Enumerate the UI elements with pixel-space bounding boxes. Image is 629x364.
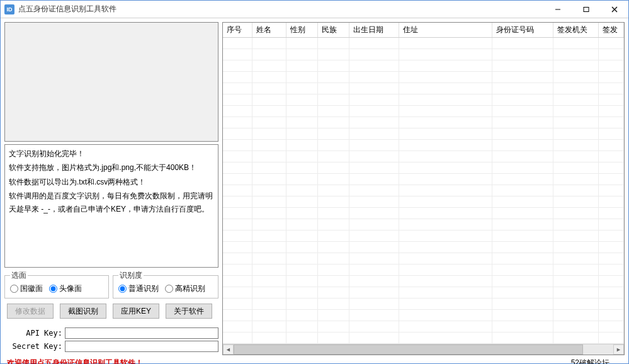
table-header[interactable]: 民族 bbox=[318, 23, 349, 38]
table-cell[interactable] bbox=[598, 128, 623, 140]
table-cell[interactable] bbox=[399, 264, 492, 276]
table-row[interactable] bbox=[223, 151, 624, 162]
table-cell[interactable] bbox=[598, 106, 623, 117]
table-cell[interactable] bbox=[399, 72, 492, 83]
table-cell[interactable] bbox=[252, 174, 286, 185]
table-cell[interactable] bbox=[349, 117, 399, 128]
table-cell[interactable] bbox=[286, 83, 317, 94]
api-key-input[interactable] bbox=[65, 327, 218, 339]
table-cell[interactable] bbox=[286, 276, 317, 287]
table-cell[interactable] bbox=[318, 208, 349, 219]
table-cell[interactable] bbox=[349, 230, 399, 242]
table-cell[interactable] bbox=[223, 162, 252, 174]
table-cell[interactable] bbox=[349, 208, 399, 219]
table-cell[interactable] bbox=[598, 38, 623, 49]
table-cell[interactable] bbox=[223, 117, 252, 128]
table-cell[interactable] bbox=[286, 106, 317, 117]
radio-emblem-side[interactable]: 国徽面 bbox=[10, 283, 43, 294]
table-header[interactable]: 姓名 bbox=[252, 23, 286, 38]
table-cell[interactable] bbox=[318, 72, 349, 83]
table-cell[interactable] bbox=[598, 242, 623, 253]
minimize-button[interactable] bbox=[543, 1, 572, 18]
radio-emblem-side-input[interactable] bbox=[10, 285, 18, 293]
table-cell[interactable] bbox=[286, 117, 317, 128]
table-cell[interactable] bbox=[223, 140, 252, 151]
table-cell[interactable] bbox=[399, 83, 492, 94]
scroll-track[interactable] bbox=[234, 344, 613, 355]
table-cell[interactable] bbox=[223, 333, 252, 344]
table-cell[interactable] bbox=[252, 333, 286, 344]
table-cell[interactable] bbox=[598, 140, 623, 151]
table-cell[interactable] bbox=[349, 287, 399, 299]
table-cell[interactable] bbox=[223, 83, 252, 94]
table-cell[interactable] bbox=[598, 60, 623, 72]
table-cell[interactable] bbox=[223, 287, 252, 299]
table-row[interactable] bbox=[223, 128, 624, 140]
table-cell[interactable] bbox=[286, 72, 317, 83]
table-cell[interactable] bbox=[318, 321, 349, 333]
table-cell[interactable] bbox=[598, 230, 623, 242]
table-cell[interactable] bbox=[286, 208, 317, 219]
table-cell[interactable] bbox=[252, 49, 286, 60]
table-cell[interactable] bbox=[286, 242, 317, 253]
table-cell[interactable] bbox=[318, 196, 349, 208]
table-cell[interactable] bbox=[318, 333, 349, 344]
table-cell[interactable] bbox=[492, 185, 553, 196]
table-header[interactable]: 签发 bbox=[598, 23, 623, 38]
table-cell[interactable] bbox=[349, 162, 399, 174]
table-row[interactable] bbox=[223, 49, 624, 60]
table-cell[interactable] bbox=[252, 117, 286, 128]
table-cell[interactable] bbox=[399, 253, 492, 264]
table-cell[interactable] bbox=[286, 230, 317, 242]
table-cell[interactable] bbox=[286, 287, 317, 299]
table-row[interactable] bbox=[223, 83, 624, 94]
table-cell[interactable] bbox=[553, 276, 598, 287]
radio-high-precision-input[interactable] bbox=[165, 285, 173, 293]
table-cell[interactable] bbox=[318, 310, 349, 321]
table-cell[interactable] bbox=[349, 128, 399, 140]
table-cell[interactable] bbox=[553, 253, 598, 264]
table-cell[interactable] bbox=[553, 83, 598, 94]
table-cell[interactable] bbox=[399, 196, 492, 208]
table-cell[interactable] bbox=[286, 333, 317, 344]
table-cell[interactable] bbox=[349, 264, 399, 276]
maximize-button[interactable] bbox=[572, 1, 600, 18]
table-cell[interactable] bbox=[349, 106, 399, 117]
table-cell[interactable] bbox=[399, 242, 492, 253]
table-cell[interactable] bbox=[318, 83, 349, 94]
table-cell[interactable] bbox=[598, 196, 623, 208]
table-cell[interactable] bbox=[223, 106, 252, 117]
table-cell[interactable] bbox=[286, 310, 317, 321]
table-cell[interactable] bbox=[492, 106, 553, 117]
table-cell[interactable] bbox=[492, 38, 553, 49]
table-cell[interactable] bbox=[399, 208, 492, 219]
scroll-left-arrow-icon[interactable]: ◄ bbox=[223, 344, 234, 355]
table-cell[interactable] bbox=[492, 253, 553, 264]
table-cell[interactable] bbox=[349, 333, 399, 344]
table-cell[interactable] bbox=[318, 242, 349, 253]
table-cell[interactable] bbox=[492, 219, 553, 230]
table-cell[interactable] bbox=[252, 162, 286, 174]
table-cell[interactable] bbox=[318, 174, 349, 185]
table-header[interactable]: 性别 bbox=[286, 23, 317, 38]
table-row[interactable] bbox=[223, 264, 624, 276]
table-cell[interactable] bbox=[252, 140, 286, 151]
table-cell[interactable] bbox=[318, 60, 349, 72]
table-header[interactable]: 序号 bbox=[223, 23, 252, 38]
table-cell[interactable] bbox=[598, 117, 623, 128]
table-cell[interactable] bbox=[252, 230, 286, 242]
log-textbox[interactable]: 文字识别初始化完毕！ 软件支持拖放，图片格式为.jpg和.png,不能大于400… bbox=[4, 144, 218, 268]
table-cell[interactable] bbox=[252, 38, 286, 49]
table-cell[interactable] bbox=[598, 253, 623, 264]
table-cell[interactable] bbox=[286, 253, 317, 264]
table-cell[interactable] bbox=[223, 185, 252, 196]
table-cell[interactable] bbox=[349, 151, 399, 162]
table-cell[interactable] bbox=[553, 106, 598, 117]
table-cell[interactable] bbox=[349, 49, 399, 60]
table-cell[interactable] bbox=[318, 264, 349, 276]
table-cell[interactable] bbox=[223, 253, 252, 264]
table-cell[interactable] bbox=[318, 128, 349, 140]
table-cell[interactable] bbox=[252, 253, 286, 264]
table-cell[interactable] bbox=[492, 264, 553, 276]
table-cell[interactable] bbox=[223, 196, 252, 208]
